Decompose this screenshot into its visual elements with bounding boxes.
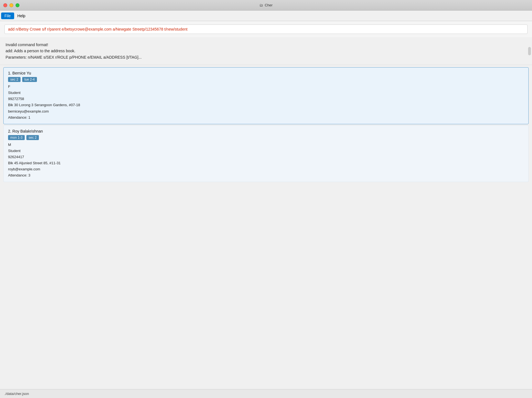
output-line-2: add: Adds a person to the address book. — [6, 48, 526, 54]
command-area — [0, 21, 532, 37]
maximize-button[interactable] — [16, 3, 19, 7]
tag-mon13: mon 1-3 — [8, 135, 25, 140]
person-card-1[interactable]: 1. Bernice Yu sec 2 tue 2-4 F Student 99… — [3, 67, 529, 124]
person-attendance-1: Attendance: 1 — [8, 115, 524, 121]
output-line-3: Parameters: n/NAME s/SEX r/ROLE p/PHONE … — [6, 54, 526, 60]
person-email-2: royb@example.com — [8, 166, 524, 172]
person-fullname-1: Bernice Yu — [12, 71, 31, 75]
person-phone-1: 99272758 — [8, 96, 524, 102]
output-area: Invalid command format! add: Adds a pers… — [0, 37, 532, 65]
window-controls — [3, 3, 19, 7]
person-phone-2: 92624417 — [8, 154, 524, 160]
scrollbar[interactable] — [528, 47, 531, 55]
person-address-1: Blk 30 Lorong 3 Serangoon Gardens, #07-1… — [8, 102, 524, 108]
person-role-2: Student — [8, 148, 524, 154]
person-list: 1. Bernice Yu sec 2 tue 2-4 F Student 99… — [0, 65, 532, 389]
menu-help[interactable]: Help — [14, 13, 29, 19]
person-name-2: 2. Roy Balakrishnan — [8, 129, 524, 133]
person-fullname-2: Roy Balakrishnan — [12, 129, 43, 133]
person-tags-2: mon 1-3 sec 2 — [8, 135, 524, 140]
person-detail-1: F Student 99272758 Blk 30 Lorong 3 Seran… — [8, 84, 524, 121]
command-input[interactable] — [4, 24, 528, 34]
window-title-text: Cher — [265, 3, 272, 7]
tag-tue24: tue 2-4 — [22, 77, 37, 82]
person-index-1: 1 — [8, 71, 10, 75]
footer: ./data/cher.json — [0, 389, 532, 398]
person-index-2: 2 — [8, 129, 10, 133]
window-title: 🗂 Cher — [259, 3, 272, 7]
window-icon: 🗂 — [259, 3, 263, 7]
person-name-1: 1. Bernice Yu — [8, 71, 524, 75]
person-attendance-2: Attendance: 3 — [8, 172, 524, 178]
tag-sec2-2: sec 2 — [26, 135, 39, 140]
titlebar: 🗂 Cher — [0, 0, 532, 11]
person-sex-1: F — [8, 84, 524, 90]
footer-path: ./data/cher.json — [4, 392, 29, 396]
menubar: File Help — [0, 11, 532, 21]
person-card-2[interactable]: 2. Roy Balakrishnan mon 1-3 sec 2 M Stud… — [3, 125, 529, 182]
person-address-2: Blk 45 Aljunied Street 85, #11-31 — [8, 160, 524, 166]
person-tags-1: sec 2 tue 2-4 — [8, 77, 524, 82]
person-detail-2: M Student 92624417 Blk 45 Aljunied Stree… — [8, 142, 524, 179]
tag-sec2: sec 2 — [8, 77, 21, 82]
minimize-button[interactable] — [9, 3, 13, 7]
person-sex-2: M — [8, 142, 524, 148]
person-role-1: Student — [8, 90, 524, 96]
person-email-1: berniceyu@example.com — [8, 108, 524, 115]
close-button[interactable] — [3, 3, 7, 7]
output-line-1: Invalid command format! — [6, 42, 526, 48]
menu-file[interactable]: File — [1, 13, 14, 19]
